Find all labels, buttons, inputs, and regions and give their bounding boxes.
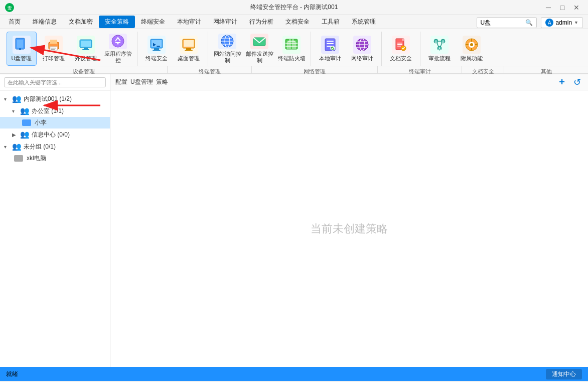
menu-doc-encrypt[interactable]: 文档加密 bbox=[63, 16, 99, 28]
toolbar-group-docsec: 文档安全 bbox=[382, 32, 420, 66]
titlebar: 安 终端安全管控平台 - 内部测试001 ─ □ ✕ bbox=[0, 0, 588, 15]
org-icon: 👥 bbox=[12, 94, 22, 103]
status-text: 就绪 bbox=[6, 370, 18, 378]
menu-terminal-info[interactable]: 终端信息 bbox=[27, 16, 63, 28]
minimize-button[interactable]: ─ bbox=[542, 3, 555, 13]
svg-rect-22 bbox=[184, 40, 194, 47]
org-label: 内部测试001 (1/2) bbox=[24, 95, 72, 103]
search-icon: 🔍 bbox=[525, 19, 533, 26]
avatar: A bbox=[545, 19, 553, 27]
toolbar-btn-plugin[interactable]: 附属功能 bbox=[457, 32, 487, 66]
content-header: 配置 U盘管理 策略 + ↺ bbox=[110, 74, 588, 90]
tree-item-org[interactable]: ▾ 👥 内部测试001 (1/2) bbox=[0, 93, 110, 105]
svg-rect-18 bbox=[157, 46, 160, 47]
menu-behavior[interactable]: 行为分析 bbox=[243, 16, 279, 28]
firewall-icon bbox=[282, 36, 301, 54]
svg-line-56 bbox=[437, 43, 438, 47]
toolbar-btn-web[interactable]: 网站访问控制 bbox=[212, 32, 242, 66]
search-box[interactable]: 🔍 bbox=[477, 17, 537, 28]
terminal-icon bbox=[148, 36, 166, 54]
svg-rect-3 bbox=[17, 40, 23, 48]
workflow-label: 审批流程 bbox=[428, 55, 451, 62]
xiaoli-computer-icon bbox=[22, 119, 31, 126]
tree-item-xiaoli[interactable]: 小李 bbox=[0, 117, 110, 129]
web-icon bbox=[218, 34, 236, 49]
docsec-icon bbox=[392, 36, 410, 54]
unassigned-icon: 👥 bbox=[12, 142, 22, 151]
desktop-icon bbox=[180, 36, 198, 54]
xiaoli-label: 小李 bbox=[35, 118, 47, 127]
main-content: 配置 U盘管理 策略 + ↺ 当前未创建策略 bbox=[110, 74, 588, 367]
toolbar-btn-app[interactable]: 应用程序管控 bbox=[103, 32, 133, 66]
toggle-infocenter: ▶ bbox=[12, 132, 18, 138]
toolbar-btn-docsec[interactable]: 文档安全 bbox=[386, 32, 416, 66]
toolbar-group-terminal: 终端安全 桌面管理 bbox=[137, 32, 208, 66]
menu-doc-security[interactable]: 文档安全 bbox=[279, 16, 316, 28]
toolbar-btn-terminal[interactable]: 终端安全 bbox=[141, 32, 172, 66]
svg-text:人: 人 bbox=[437, 47, 442, 50]
menu-tools[interactable]: 工具箱 bbox=[316, 16, 346, 28]
toolbar-btn-mail[interactable]: 邮件发送控制 bbox=[244, 32, 274, 66]
localaudit-label: 本地审计 bbox=[319, 55, 341, 62]
svg-rect-38 bbox=[327, 43, 334, 44]
netaudit-icon bbox=[353, 36, 371, 54]
toolbar-btn-desktop[interactable]: 桌面管理 bbox=[174, 32, 204, 66]
content-header-module: U盘管理 bbox=[130, 78, 153, 86]
svg-rect-9 bbox=[51, 49, 55, 50]
notification-center-button[interactable]: 通知中心 bbox=[546, 369, 582, 379]
infocenter-label: 信息中心 (0/0) bbox=[32, 131, 70, 139]
menu-net-audit[interactable]: 网络审计 bbox=[207, 16, 243, 28]
toolbar-btn-usb[interactable]: U盘管理 bbox=[7, 32, 37, 66]
toolbar-btn-print[interactable]: 打印管理 bbox=[39, 32, 69, 66]
toolbar-btn-device[interactable]: 外设管理 bbox=[71, 32, 101, 66]
tree-item-unassigned[interactable]: ▾ 👥 未分组 (0/1) bbox=[0, 141, 110, 153]
toolbar-btn-firewall[interactable]: 终端防火墙 bbox=[276, 32, 307, 66]
refresh-button[interactable]: ↺ bbox=[571, 76, 583, 88]
menu-system[interactable]: 系统管理 bbox=[346, 16, 382, 28]
close-button[interactable]: ✕ bbox=[570, 3, 583, 13]
svg-text:人: 人 bbox=[441, 40, 445, 43]
add-policy-button[interactable]: + bbox=[556, 76, 568, 88]
localaudit-icon bbox=[321, 36, 339, 54]
svg-rect-8 bbox=[51, 48, 56, 49]
svg-rect-49 bbox=[397, 44, 402, 45]
toolbar-btn-localaudit[interactable]: 本地审计 bbox=[315, 32, 345, 66]
statusbar: 就绪 通知中心 bbox=[0, 367, 588, 381]
svg-rect-19 bbox=[154, 48, 159, 50]
sidebar-search bbox=[0, 74, 110, 91]
svg-rect-47 bbox=[402, 39, 404, 41]
tree-item-xkl[interactable]: xkl电脑 bbox=[0, 153, 110, 164]
device-label: 外设管理 bbox=[75, 55, 97, 62]
print-label: 打印管理 bbox=[43, 55, 65, 62]
menu-terminal-security[interactable]: 终端安全 bbox=[135, 16, 171, 28]
menu-home[interactable]: 首页 bbox=[3, 16, 27, 28]
svg-rect-50 bbox=[397, 46, 401, 47]
sidebar: ▾ 👥 内部测试001 (1/2) ▾ 👥 办公室 (1/1) 小李 ▶ 👥 信… bbox=[0, 74, 110, 367]
mail-label: 邮件发送控制 bbox=[245, 51, 273, 64]
tree: ▾ 👥 内部测试001 (1/2) ▾ 👥 办公室 (1/1) 小李 ▶ 👥 信… bbox=[0, 91, 110, 367]
maximize-button[interactable]: □ bbox=[556, 3, 569, 13]
svg-rect-4 bbox=[19, 48, 21, 50]
usb-icon bbox=[13, 36, 31, 54]
toolbar-group-audit: 本地审计 网络审计 bbox=[311, 32, 382, 66]
search-input[interactable] bbox=[480, 19, 525, 26]
toolbar-btn-workflow[interactable]: 人 人 人 审批流程 bbox=[424, 32, 455, 66]
toolbar-btn-netaudit[interactable]: 网络审计 bbox=[347, 32, 377, 66]
tree-item-infocenter[interactable]: ▶ 👥 信息中心 (0/0) bbox=[0, 129, 110, 141]
menu-security-policy[interactable]: 安全策略 bbox=[99, 16, 135, 28]
toolbar-group-device: U盘管理 打印管理 bbox=[3, 32, 137, 66]
toolbar: U盘管理 打印管理 bbox=[0, 29, 588, 74]
sidebar-search-input[interactable] bbox=[4, 77, 106, 87]
admin-button[interactable]: A admin ▼ bbox=[541, 17, 583, 28]
dropdown-icon: ▼ bbox=[574, 20, 578, 25]
app-logo: 安 bbox=[5, 3, 14, 12]
tree-item-office[interactable]: ▾ 👥 办公室 (1/1) bbox=[0, 105, 110, 117]
toolbar-main: U盘管理 打印管理 bbox=[0, 29, 588, 66]
content-area: ▾ 👥 内部测试001 (1/2) ▾ 👥 办公室 (1/1) 小李 ▶ 👥 信… bbox=[0, 74, 588, 367]
toolbar-group-other: 人 人 人 审批流程 bbox=[420, 32, 491, 66]
xkl-computer-icon bbox=[14, 155, 23, 162]
topright-area: 🔍 A admin ▼ bbox=[477, 17, 583, 28]
menu-local-audit[interactable]: 本地审计 bbox=[171, 16, 207, 28]
svg-text:人: 人 bbox=[434, 40, 438, 43]
toggle-unassigned: ▾ bbox=[4, 144, 10, 150]
